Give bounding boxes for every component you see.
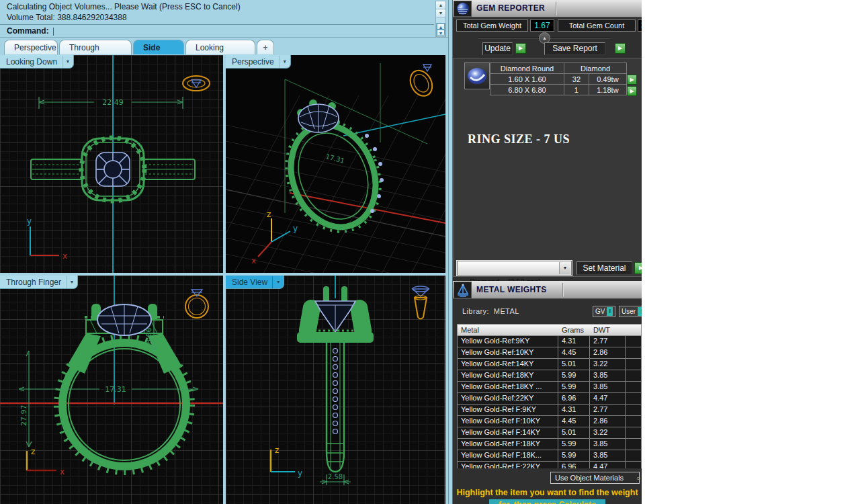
user-toggle[interactable]: User I [619,306,642,317]
metal-table-row[interactable]: Yellow Gold-Ref F:9KY 4.31 2.77 [457,405,642,416]
dwt-cell: 3.85 [590,382,626,392]
svg-text:y: y [298,468,302,478]
viewport-perspective[interactable]: Perspective ▼ [226,55,445,273]
reporter-side-panel: GEM REPORTER Total Gem Weight 1.67 Total… [448,0,642,504]
spin-up-icon[interactable]: ▲ [437,24,445,30]
total-gem-count-value: 33 [638,19,642,32]
gv-toggle-indicator: I [607,307,613,316]
use-object-materials-select[interactable]: Use Object Materials ○ [550,472,640,484]
viewport-label-through-finger[interactable]: Through Finger ▼ [0,276,78,289]
grams-col-header: Grams [558,325,590,335]
viewport-label-looking-down[interactable]: Looking Down ▼ [0,55,74,69]
grams-cell: 4.45 [558,416,590,427]
set-material-button[interactable]: Set Material [576,261,632,275]
metal-table-row[interactable]: Yellow Gold-Ref F:14KY 5.01 3.22 [457,427,642,439]
svg-text:z: z [275,446,279,455]
hint-text-line2: for, then press Calculate [453,500,642,504]
play-icon: ▶ [630,77,634,83]
metal-col-header: Metal [458,325,558,335]
metal-table-row[interactable]: Yellow Gold-Ref:18KY 5.99 3.85 [457,370,642,382]
svg-text:y: y [293,224,298,233]
metal-table-row[interactable]: Yellow Gold-Ref F:22KY 6.96 4.47 [457,462,642,468]
svg-text:z: z [267,210,271,219]
grams-cell: 5.99 [558,382,590,392]
save-report-run-button[interactable]: ▶ [615,43,626,54]
metal-name-cell: Yellow Gold-Ref F:9KY [458,405,558,415]
gem-reporter-header[interactable]: GEM REPORTER [453,0,642,17]
dropdown-arrow-icon[interactable]: ▼ [559,262,570,274]
ring-size-text: RING SIZE - 7 US [468,132,570,146]
viewport-side-view[interactable]: Side View ▼ [226,276,445,504]
set-material-run-button[interactable]: ▶ [634,262,642,274]
svg-text:17.31: 17.31 [105,385,126,394]
header-divider [556,2,556,15]
dwt-cell: 2.77 [590,336,626,347]
dwt-cell: 4.47 [590,462,626,468]
spin-down-icon[interactable]: ▼ [437,30,445,36]
play-icon: ▶ [639,265,642,271]
library-label: Library: [462,307,489,315]
command-spinner[interactable]: ▲ ▼ [436,23,445,37]
gem-reporter-icon [454,1,472,17]
total-gem-count-label: Total Gem Count [558,19,636,32]
gem-summary-table: Diamond Round Diamond 1.60 X 1.60 32 0.4… [490,62,627,95]
metal-name-cell: Yellow Gold-Ref F:10KY [458,416,558,427]
gem-row-action-button[interactable]: ▶ [627,86,637,96]
metal-table-row[interactable]: Yellow Gold-Ref:9KY 4.31 2.77 [457,336,642,347]
tab-side-view[interactable]: Side View [133,40,184,54]
command-prompt-label: Command: [7,26,49,36]
viewport-dropdown-icon[interactable]: ▼ [66,276,77,288]
svg-text:x: x [60,467,65,476]
tab-through-finger[interactable]: Through Finger [59,40,132,54]
metal-name-cell: Yellow Gold-Ref F:14KY [458,427,558,438]
command-scrollbar[interactable]: ▲ ▼ ▲ ▼ [435,1,446,37]
viewport-dropdown-icon[interactable]: ▼ [62,56,73,68]
metal-table-row[interactable]: Yellow Gold-Ref F:10KY 4.45 2.86 [457,416,642,427]
svg-text:2.58: 2.58 [328,473,343,480]
ring-model-front-view: 27.97 17.31 8.66 z x [0,276,223,504]
ring-model-top-view: 22.49 [0,55,223,273]
metal-table-row[interactable]: Yellow Gold-Ref:22KY 6.96 4.47 [457,393,642,405]
material-select[interactable]: Diamond (3.52 spg) ▼ [457,261,572,276]
metal-weights-header[interactable]: METAL WEIGHTS [453,281,642,299]
gem-table-row[interactable]: 1.60 X 1.60 32 0.49tw [490,74,627,85]
add-viewport-tab[interactable]: + [257,40,274,54]
command-input-row[interactable]: Command: [0,24,434,38]
update-run-button[interactable]: ▶ [515,43,526,54]
metal-table-row[interactable]: Yellow Gold-Ref:18KY ... 5.99 3.85 [457,382,642,393]
gem-row-action-button[interactable]: ▶ [627,75,637,85]
metal-table-row[interactable]: Yellow Gold-Ref:10KY 4.45 2.86 [457,347,642,359]
header-divider [562,283,563,296]
viewport-label-perspective[interactable]: Perspective ▼ [226,55,291,69]
scroll-down-icon[interactable]: ▼ [436,9,445,17]
viewport-dropdown-icon[interactable]: ▼ [272,276,284,288]
play-icon: ▶ [630,88,634,94]
metal-table-row[interactable]: Yellow Gold-Ref F:18KY 5.99 3.85 [457,439,642,450]
dwt-cell: 3.22 [590,427,626,438]
metal-name-cell: Yellow Gold-Ref F:22KY [458,462,558,468]
select-circle-icon[interactable]: ○ [636,473,640,484]
tab-perspective[interactable]: Perspective [4,40,58,54]
metal-table-row[interactable]: Yellow Gold-Ref:14KY 5.01 3.22 [457,359,642,370]
ring-model-side-view: 2.58 z y [226,276,445,504]
metal-table-row[interactable]: Yellow Gold-Ref F:18K... 5.99 3.85 [457,450,642,462]
tab-looking-down[interactable]: Looking Down [185,40,255,54]
dwt-cell: 3.85 [590,450,626,461]
ring-model-perspective-view: 17.31 z y x [226,55,445,273]
gem-table-row[interactable]: 6.80 X 6.80 1 1.18tw [490,85,627,95]
scroll-up-icon[interactable]: ▲ [436,1,445,9]
panel-splitter[interactable] [448,0,453,504]
diamond-round-thumbnail[interactable] [464,62,490,89]
command-history-panel: Calculating Object Volumes... Please Wai… [0,0,448,38]
save-report-button[interactable]: Save Report [544,42,605,55]
dwt-cell: 3.22 [590,359,626,370]
application-window: { "command_bar": { "line1": "Calculating… [0,0,856,504]
viewport-through-finger[interactable]: Through Finger ▼ [0,276,223,504]
viewport-dropdown-icon[interactable]: ▼ [279,56,290,68]
svg-text:x: x [62,251,67,261]
viewport-looking-down[interactable]: Looking Down ▼ 22.49 [0,55,223,273]
update-button[interactable]: Update [482,42,513,55]
viewport-label-side-view[interactable]: Side View ▼ [226,276,284,289]
text-cursor [53,28,54,36]
gv-toggle[interactable]: GV I [593,306,615,317]
